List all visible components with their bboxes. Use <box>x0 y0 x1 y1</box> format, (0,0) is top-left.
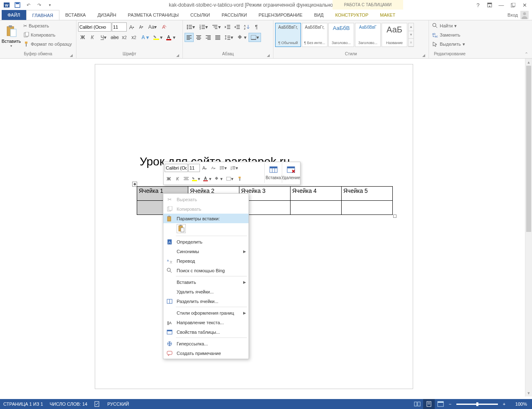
status-page[interactable]: СТРАНИЦА 1 ИЗ 1 <box>3 402 43 407</box>
view-web-icon[interactable] <box>435 399 446 409</box>
cm-insert[interactable]: Вставить▶ <box>163 277 249 287</box>
cut-button[interactable]: ✂Вырезать <box>22 21 74 30</box>
undo-icon[interactable]: ↶ <box>23 0 33 10</box>
tab-view[interactable]: ВИД <box>308 10 330 20</box>
maximize-icon[interactable] <box>507 0 519 10</box>
style-normal[interactable]: АаБбВвГг,¶ Обычный <box>275 23 301 47</box>
shading-icon[interactable]: ▾ <box>236 33 248 42</box>
numbering-icon[interactable]: 123▾ <box>197 22 210 32</box>
styles-scroll[interactable]: ▲▼≡ <box>408 23 414 47</box>
font-size-combo[interactable] <box>112 22 127 32</box>
cm-define[interactable]: АОпределить <box>163 237 249 246</box>
help-icon[interactable]: ? <box>472 0 484 10</box>
table-cell[interactable] <box>342 201 393 215</box>
tab-mailings[interactable]: РАССЫЛКИ <box>216 10 253 20</box>
paste-keep-source-icon[interactable] <box>177 224 186 233</box>
grow-font-icon[interactable]: A▴ <box>127 22 136 32</box>
zoom-level[interactable]: 100% <box>508 402 529 407</box>
line-spacing-icon[interactable]: ▾ <box>223 33 235 42</box>
bold-icon[interactable]: Ж <box>78 33 87 42</box>
copy-button[interactable]: Копировать <box>22 30 74 39</box>
zoom-slider[interactable] <box>456 404 498 405</box>
styles-gallery[interactable]: АаБбВвГг,¶ Обычный АаБбВвГг,¶ Без инте..… <box>275 23 414 47</box>
paste-button[interactable]: Вставить ▼ <box>2 21 21 50</box>
status-language[interactable]: РУССКИЙ <box>107 402 129 407</box>
replace-button[interactable]: abacЗаменить <box>431 30 467 39</box>
style-heading2[interactable]: АаБбВвГЗаголово... <box>355 23 381 47</box>
format-painter-button[interactable]: Формат по образцу <box>22 39 74 49</box>
style-heading1[interactable]: АаБбВЗаголово... <box>328 23 354 47</box>
clear-formatting-icon[interactable]: A <box>159 22 168 32</box>
tab-page-layout[interactable]: РАЗМЕТКА СТРАНИЦЫ <box>122 10 185 20</box>
mini-borders-icon[interactable]: ▾ <box>224 175 235 183</box>
cm-translate[interactable]: а文Перевод <box>163 256 249 266</box>
align-right-icon[interactable] <box>204 33 213 42</box>
font-name-combo[interactable] <box>78 22 111 32</box>
select-button[interactable]: Выделить ▾ <box>431 39 467 49</box>
mini-highlight-icon[interactable]: ▾ <box>191 175 202 183</box>
qat-customize-icon[interactable]: ▼ <box>45 0 55 10</box>
decrease-indent-icon[interactable] <box>223 22 232 32</box>
find-button[interactable]: Найти ▾ <box>431 21 467 30</box>
table-cell[interactable] <box>291 201 342 215</box>
word-icon[interactable]: W <box>2 0 12 10</box>
mini-grow-font-icon[interactable]: A▴ <box>200 164 209 172</box>
vertical-scrollbar[interactable]: ▲ ▼ <box>525 59 532 397</box>
subscript-icon[interactable]: x2 <box>120 33 129 42</box>
style-no-spacing[interactable]: АаБбВвГг,¶ Без инте... <box>302 23 328 47</box>
sort-icon[interactable]: AZ <box>242 22 251 32</box>
shrink-font-icon[interactable]: A▾ <box>137 22 146 32</box>
paragraph-dialog-launcher[interactable]: ◢ <box>266 53 271 58</box>
save-icon[interactable] <box>12 0 22 10</box>
cm-copy[interactable]: Копировать <box>163 204 249 214</box>
align-center-icon[interactable] <box>194 33 203 42</box>
mini-bullets-icon[interactable]: ▾ <box>218 164 229 172</box>
cm-delete-cells[interactable]: Удалить ячейки... <box>163 287 249 296</box>
increase-indent-icon[interactable] <box>233 22 242 32</box>
ribbon-display-icon[interactable] <box>484 0 495 10</box>
bullets-icon[interactable]: ▾ <box>185 22 197 32</box>
tab-review[interactable]: РЕЦЕНЗИРОВАНИЕ <box>253 10 308 20</box>
zoom-out-icon[interactable]: − <box>446 402 454 407</box>
zoom-in-icon[interactable]: + <box>500 402 508 407</box>
mini-size-combo[interactable] <box>188 164 200 172</box>
font-color-icon[interactable]: A▾ <box>165 33 177 42</box>
close-icon[interactable]: ✕ <box>519 0 530 10</box>
font-dialog-launcher[interactable]: ◢ <box>175 53 180 58</box>
borders-icon[interactable]: ▾ <box>249 33 261 42</box>
cm-synonyms[interactable]: Синонимы▶ <box>163 246 249 256</box>
scroll-down-icon[interactable]: ▼ <box>525 389 532 397</box>
table-resize-handle[interactable] <box>393 214 397 218</box>
tab-table-constructor[interactable]: КОНСТРУКТОР <box>330 10 374 20</box>
clipboard-dialog-launcher[interactable]: ◢ <box>69 53 74 58</box>
mini-shading-icon[interactable]: ▾ <box>213 175 224 183</box>
tab-table-layout[interactable]: МАКЕТ <box>374 10 401 20</box>
cm-table-properties[interactable]: Свойства таблицы... <box>163 327 249 337</box>
mini-delete-button[interactable]: Удаление <box>282 163 299 183</box>
strikethrough-icon[interactable]: abc <box>110 33 119 42</box>
mini-format-painter-icon[interactable] <box>236 175 244 183</box>
mini-align-icon[interactable] <box>182 175 190 183</box>
cm-bing-search[interactable]: Поиск с помощью Bing <box>163 266 249 275</box>
mini-font-color-icon[interactable]: A▾ <box>202 175 213 183</box>
cm-new-comment[interactable]: Создать примечание <box>163 348 249 358</box>
login-area[interactable]: Вход <box>507 10 532 20</box>
cm-border-styles[interactable]: Стили оформления границ▶ <box>163 308 249 318</box>
text-effects-icon[interactable]: A ▾ <box>139 33 151 42</box>
minimize-icon[interactable]: — <box>495 0 507 10</box>
multilevel-list-icon[interactable]: ▾ <box>210 22 223 32</box>
page[interactable] <box>95 64 413 389</box>
italic-icon[interactable]: К <box>88 33 97 42</box>
redo-icon[interactable]: ↷ <box>34 0 44 10</box>
view-read-icon[interactable] <box>411 399 423 409</box>
mini-italic-icon[interactable]: К <box>173 175 182 183</box>
cm-split-cells[interactable]: Разделить ячейки... <box>163 296 249 306</box>
tab-design[interactable]: ДИЗАЙН <box>91 10 122 20</box>
mini-numbering-icon[interactable]: 123▾ <box>229 164 240 172</box>
highlight-icon[interactable]: ▾ <box>152 33 164 42</box>
tab-file[interactable]: ФАЙЛ <box>2 10 26 20</box>
scroll-up-icon[interactable]: ▲ <box>525 59 532 66</box>
tab-home[interactable]: ГЛАВНАЯ <box>26 10 59 20</box>
table-cell[interactable]: Ячейка 5 <box>342 187 393 201</box>
mini-insert-button[interactable]: Вставка <box>264 163 282 183</box>
